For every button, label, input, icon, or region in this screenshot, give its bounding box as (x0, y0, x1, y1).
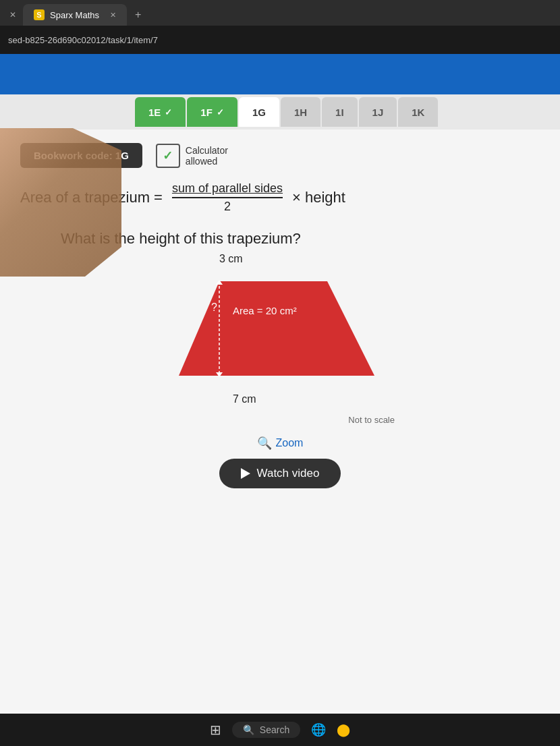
calculator-label: Calculator (186, 145, 228, 156)
bookwork-code: Bookwork code: 1G (20, 143, 142, 168)
fraction-numerator: sum of parallel sides (172, 181, 283, 198)
search-label: Search (260, 724, 289, 735)
zoom-button[interactable]: 🔍 Zoom (257, 436, 304, 451)
browser-chrome: ✕ S Sparx Maths ✕ + sed-b825-26d690c0201… (0, 0, 560, 54)
tab-bar: ✕ S Sparx Maths ✕ + (0, 0, 560, 26)
taskbar-search[interactable]: 🔍 Search (232, 722, 300, 738)
height-question-label: ? (211, 302, 217, 314)
nav-tab-1G[interactable]: 1G (239, 97, 279, 127)
trapezium-svg (172, 275, 388, 382)
tab-1H-label: 1H (294, 107, 307, 118)
formula-suffix: × height (292, 189, 345, 206)
nav-tab-1I[interactable]: 1I (322, 97, 358, 127)
not-to-scale-label: Not to scale (165, 415, 395, 425)
tab-1I-label: 1I (335, 107, 344, 118)
close-tab-icon[interactable]: ✕ (110, 11, 116, 20)
taskbar-chrome-icon[interactable]: ⬤ (337, 722, 350, 737)
action-buttons: 🔍 Zoom Watch video (219, 436, 341, 488)
tab-1F-label: 1F (200, 107, 213, 118)
trapezium-wrapper: 3 cm ? Area = 20 cm² 7 cm (172, 268, 388, 389)
sparx-favicon: S (34, 9, 45, 20)
diagram-container: 3 cm ? Area = 20 cm² 7 cm Not to scale 🔍… (20, 268, 540, 488)
play-icon (241, 468, 250, 479)
zoom-label: Zoom (276, 437, 304, 449)
fraction-denominator: 2 (224, 198, 231, 214)
active-browser-tab[interactable]: S Sparx Maths ✕ (23, 4, 127, 26)
blue-header (0, 54, 560, 94)
tab-1J-label: 1J (372, 107, 384, 118)
svg-marker-0 (179, 281, 374, 376)
taskbar: ⊞ 🔍 Search 🌐 ⬤ (0, 714, 560, 746)
nav-tab-1E[interactable]: 1E ✓ (135, 97, 186, 127)
calculator-allowed: Calculator allowed (156, 144, 228, 168)
new-tab-button[interactable]: + (130, 9, 146, 21)
close-other-tab-icon[interactable]: ✕ (5, 9, 20, 21)
calculator-text: Calculator allowed (186, 145, 228, 167)
search-icon: 🔍 (243, 724, 254, 735)
nav-tab-1J[interactable]: 1J (359, 97, 397, 127)
allowed-label: allowed (186, 156, 228, 167)
formula-area: Area of a trapezium = sum of parallel si… (20, 181, 540, 214)
tab-1G-label: 1G (252, 107, 266, 118)
windows-start-icon[interactable]: ⊞ (210, 722, 221, 738)
taskbar-edge-icon[interactable]: 🌐 (311, 722, 326, 737)
tab-title: Sparx Maths (50, 10, 99, 20)
tab-1F-check: ✓ (217, 107, 224, 117)
question-text: What is the height of this trapezium? (61, 230, 540, 248)
top-measurement-label: 3 cm (219, 253, 243, 265)
url-text: sed-b825-26d690c02012/task/1/item/7 (8, 35, 158, 45)
watch-video-button[interactable]: Watch video (219, 459, 341, 488)
bookwork-bar: Bookwork code: 1G Calculator allowed (20, 143, 540, 168)
address-bar[interactable]: sed-b825-26d690c02012/task/1/item/7 (0, 26, 560, 54)
tab-1E-check: ✓ (165, 107, 172, 117)
formula-prefix: Area of a trapezium = (20, 189, 163, 206)
zoom-icon: 🔍 (257, 436, 272, 451)
tab-1K-label: 1K (412, 107, 424, 118)
tab-1E-label: 1E (148, 107, 161, 118)
nav-tab-1H[interactable]: 1H (281, 97, 320, 127)
nav-tab-1F[interactable]: 1F ✓ (187, 97, 237, 127)
watch-video-label: Watch video (257, 467, 320, 480)
calculator-icon (156, 144, 180, 168)
nav-tab-1K[interactable]: 1K (398, 97, 438, 127)
area-label: Area = 20 cm² (233, 305, 297, 316)
formula-fraction: sum of parallel sides 2 (172, 181, 283, 214)
nav-tabs: 1E ✓ 1F ✓ 1G 1H 1I 1J 1K (0, 94, 560, 130)
bottom-measurement-label: 7 cm (233, 393, 256, 405)
main-content: Bookwork code: 1G Calculator allowed Are… (0, 130, 560, 714)
